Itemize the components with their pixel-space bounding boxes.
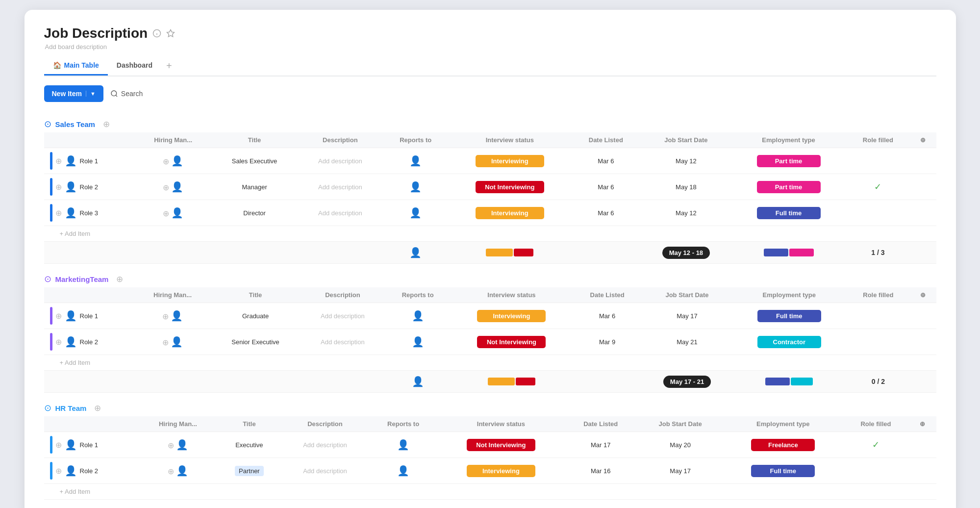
- col-job-start: Job Start Date: [637, 416, 724, 432]
- add-icon-sm[interactable]: ⊕: [55, 311, 62, 321]
- employment-type-pill[interactable]: Freelance: [751, 439, 815, 451]
- add-person-icon[interactable]: ⊕: [163, 209, 169, 218]
- date-listed-cell: Mar 16: [564, 458, 637, 484]
- sales-section-toggle[interactable]: ⊙: [44, 119, 51, 129]
- role-name: Role 3: [80, 209, 99, 217]
- sales-section-title[interactable]: Sales Team: [55, 120, 95, 128]
- new-item-button[interactable]: New Item ▼: [44, 85, 103, 102]
- col-interview: Interview status: [451, 287, 572, 303]
- col-role-filled: Role filled: [846, 132, 910, 148]
- employment-type-pill[interactable]: Full time: [757, 310, 821, 322]
- employment-type-pill[interactable]: Full time: [751, 465, 815, 477]
- date-listed-cell: Mar 17: [564, 432, 637, 458]
- sales-section-add-icon[interactable]: ⊕: [103, 119, 110, 129]
- description-cell[interactable]: Add description: [301, 329, 385, 355]
- hiring-manager-cell: ⊕ 👤: [135, 303, 210, 329]
- row-action-cell: [909, 458, 936, 484]
- date-listed-cell: Mar 6: [571, 148, 641, 174]
- page-title: Job Description: [44, 25, 148, 41]
- add-icon-sm[interactable]: ⊕: [55, 440, 62, 450]
- col-add[interactable]: ⊕: [910, 287, 936, 303]
- row-name-cell: ⊕ 👤 Role 3: [44, 200, 135, 226]
- description-cell[interactable]: Add description: [298, 200, 383, 226]
- add-icon-sm[interactable]: ⊕: [55, 466, 62, 476]
- hr-section-add-icon[interactable]: ⊕: [94, 403, 101, 413]
- add-person-icon[interactable]: ⊕: [168, 441, 174, 450]
- add-person-icon[interactable]: ⊕: [168, 467, 174, 476]
- add-icon-sm[interactable]: ⊕: [55, 337, 62, 347]
- add-item-row[interactable]: + Add Item: [44, 484, 936, 500]
- interview-status-pill[interactable]: Not Interviewing: [467, 439, 535, 451]
- chevron-down-icon: ▼: [86, 91, 96, 97]
- employment-type-pill[interactable]: Part time: [757, 155, 821, 167]
- summary-status-cell: [451, 371, 572, 393]
- interview-status-pill[interactable]: Interviewing: [477, 310, 546, 322]
- emp-bar-segment: [764, 249, 788, 256]
- col-add[interactable]: ⊕: [910, 132, 936, 148]
- search-button[interactable]: Search: [110, 90, 143, 98]
- main-card: Job Description Add board description 🏠 …: [25, 10, 956, 508]
- tab-dashboard[interactable]: Dashboard: [108, 57, 161, 76]
- employment-type-pill[interactable]: Contractor: [757, 336, 821, 348]
- employment-type-pill[interactable]: Full time: [757, 207, 821, 219]
- avatar-icon: 👤: [65, 207, 77, 219]
- hiring-avatar-icon: 👤: [176, 465, 188, 476]
- employment-type-pill[interactable]: Part time: [757, 181, 821, 193]
- interview-status-pill[interactable]: Not Interviewing: [476, 181, 544, 193]
- table-row: ⊕ 👤 Role 3 ⊕ 👤 Director Add description …: [44, 200, 936, 226]
- add-person-icon[interactable]: ⊕: [163, 157, 169, 166]
- description-cell[interactable]: Add description: [281, 432, 369, 458]
- page-header: Job Description Add board description: [44, 25, 936, 54]
- marketing-section-toggle[interactable]: ⊙: [44, 274, 51, 284]
- color-bar: [50, 307, 52, 325]
- job-start-cell: May 20: [637, 432, 724, 458]
- board-description[interactable]: Add board description: [45, 43, 936, 51]
- summary-date-cell: May 12 - 18: [641, 242, 731, 264]
- description-cell[interactable]: Add description: [281, 458, 369, 484]
- add-item-row[interactable]: + Add Item: [44, 355, 936, 371]
- marketing-section-add-icon[interactable]: ⊕: [116, 274, 123, 284]
- add-icon-sm[interactable]: ⊕: [55, 208, 62, 218]
- add-item-row[interactable]: + Add Item: [44, 226, 936, 242]
- description-cell[interactable]: Add description: [298, 148, 383, 174]
- svg-marker-3: [167, 30, 175, 37]
- add-person-icon[interactable]: ⊕: [162, 312, 169, 321]
- interview-status-pill[interactable]: Interviewing: [476, 207, 544, 219]
- add-icon-sm[interactable]: ⊕: [55, 156, 62, 166]
- col-interview: Interview status: [438, 416, 564, 432]
- add-person-icon[interactable]: ⊕: [162, 338, 169, 347]
- interview-status-pill[interactable]: Interviewing: [476, 155, 544, 167]
- hr-section-title[interactable]: HR Team: [55, 404, 87, 412]
- status-bar-segment: [516, 378, 535, 385]
- role-filled-cell: [846, 303, 910, 329]
- reports-to-cell: 👤: [369, 432, 438, 458]
- col-title: Title: [217, 416, 281, 432]
- description-cell[interactable]: Add description: [298, 174, 383, 200]
- hr-section-toggle[interactable]: ⊙: [44, 403, 51, 413]
- add-icon-sm[interactable]: ⊕: [55, 182, 62, 192]
- description-cell[interactable]: Add description: [301, 303, 385, 329]
- col-desc: Description: [281, 416, 369, 432]
- date-listed-cell: Mar 6: [572, 303, 642, 329]
- employment-type-cell: Part time: [731, 174, 846, 200]
- reports-avatar-icon: 👤: [397, 465, 409, 476]
- col-desc: Description: [301, 287, 385, 303]
- col-add[interactable]: ⊕: [909, 416, 936, 432]
- tab-add-button[interactable]: +: [161, 56, 177, 76]
- interview-status-pill[interactable]: Not Interviewing: [477, 336, 546, 348]
- info-icon-button[interactable]: [152, 29, 161, 38]
- role-name: Role 2: [80, 338, 99, 346]
- tab-main-table[interactable]: 🏠 Main Table: [44, 57, 108, 76]
- marketing-section-title[interactable]: MarketingTeam: [55, 275, 109, 283]
- star-icon-button[interactable]: [166, 29, 175, 38]
- row-name-cell: ⊕ 👤 Role 1: [44, 148, 135, 174]
- job-start-cell: May 17: [642, 303, 732, 329]
- summary-role-count-cell: 0 / 2: [846, 371, 910, 393]
- interview-status-cell: Not Interviewing: [449, 174, 571, 200]
- interview-status-cell: Interviewing: [449, 148, 571, 174]
- add-person-icon[interactable]: ⊕: [163, 183, 169, 192]
- interview-status-pill[interactable]: Interviewing: [467, 465, 535, 477]
- role-name: Role 1: [80, 441, 99, 449]
- job-start-cell: May 17: [637, 458, 724, 484]
- color-bar: [50, 333, 52, 351]
